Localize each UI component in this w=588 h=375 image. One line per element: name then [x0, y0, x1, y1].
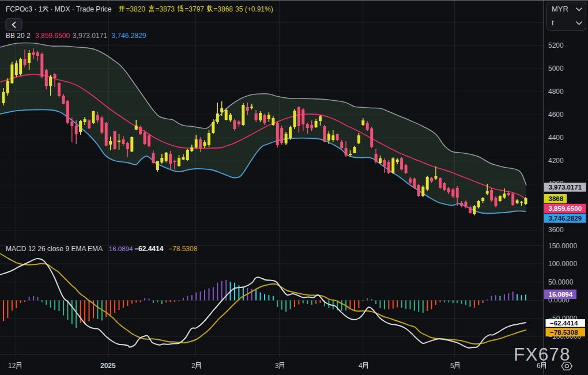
svg-text:MYR: MYR — [552, 5, 568, 13]
svg-text:=3820: =3820 — [126, 5, 145, 13]
svg-text:3,746.2829: 3,746.2829 — [549, 215, 582, 222]
svg-text:3,859.6500: 3,859.6500 — [549, 205, 582, 212]
svg-text:FCPOc3 · 1: FCPOc3 · 1 — [6, 5, 43, 13]
svg-text:16.0894: 16.0894 — [549, 291, 573, 298]
svg-text:=3797: =3797 — [184, 5, 204, 13]
svg-text:4200: 4200 — [548, 157, 564, 165]
svg-text:150.0000: 150.0000 — [548, 242, 577, 250]
svg-text:100.0000: 100.0000 — [548, 260, 577, 268]
svg-text:5: 5 — [450, 362, 454, 370]
svg-text:3,859.6500: 3,859.6500 — [35, 32, 70, 40]
svg-text:FX678: FX678 — [514, 344, 571, 365]
svg-text:2: 2 — [191, 362, 195, 370]
svg-text:3: 3 — [275, 362, 279, 370]
svg-text:MACD 12 26 close 9 EMA EMA: MACD 12 26 close 9 EMA EMA — [6, 245, 103, 253]
svg-text:4400: 4400 — [548, 134, 564, 142]
svg-text:−78.5308: −78.5308 — [550, 329, 578, 336]
svg-text:· MDX · Trade Price: · MDX · Trade Price — [51, 5, 112, 13]
svg-text:BB 20 2: BB 20 2 — [6, 32, 31, 40]
svg-text:=3873: =3873 — [155, 5, 175, 13]
svg-text:5200: 5200 — [548, 41, 564, 50]
svg-text:4600: 4600 — [548, 111, 564, 119]
svg-text:=3868: =3868 — [213, 5, 233, 13]
svg-text:4800: 4800 — [548, 88, 564, 96]
svg-text:t: t — [552, 18, 554, 27]
svg-text:−62.4414: −62.4414 — [550, 320, 578, 327]
svg-text:−78.5308: −78.5308 — [168, 245, 198, 253]
svg-text:3,746.2829: 3,746.2829 — [112, 32, 146, 40]
svg-text:3868: 3868 — [549, 195, 564, 202]
svg-text:50.0000: 50.0000 — [548, 278, 574, 286]
svg-text:5000: 5000 — [548, 65, 564, 73]
svg-text:4: 4 — [359, 362, 363, 370]
svg-text:35 (+0.91%): 35 (+0.91%) — [235, 5, 273, 13]
svg-text:3600: 3600 — [548, 226, 564, 234]
svg-text:3,973.0171: 3,973.0171 — [549, 184, 582, 191]
svg-text:16.0894: 16.0894 — [109, 245, 133, 252]
svg-text:−62.4414: −62.4414 — [134, 245, 164, 253]
svg-text:3,973.0171: 3,973.0171 — [73, 32, 107, 40]
svg-text:12: 12 — [8, 362, 16, 370]
svg-text:2025: 2025 — [100, 362, 116, 370]
